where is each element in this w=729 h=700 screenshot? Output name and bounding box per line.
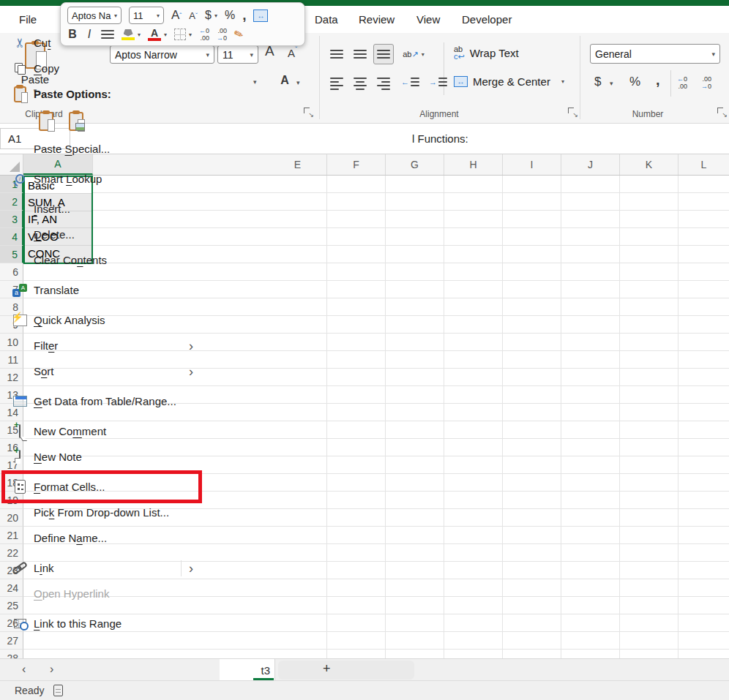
align-center-button[interactable] (350, 73, 370, 94)
fill-color-yellow-bar (122, 37, 135, 40)
column-header[interactable]: H (444, 154, 503, 175)
increase-indent-button[interactable]: → (429, 78, 447, 86)
chevron-down-icon[interactable]: ▾ (296, 79, 300, 86)
copy-icon (11, 63, 29, 75)
chevron-down-icon: ▾ (114, 12, 117, 19)
menu-item-open-hyperlink: Open Hyperlink (1, 581, 202, 606)
increase-decimal-button[interactable]: ←0 .00 (677, 75, 687, 90)
menu-item-new-comment[interactable]: + New Comment (1, 418, 202, 444)
mini-comma-button[interactable]: , (242, 7, 246, 23)
chevron-down-icon: ▾ (189, 31, 192, 38)
chevron-down-icon[interactable]: ▾ (610, 80, 613, 87)
mini-borders-button[interactable] (174, 29, 186, 40)
number-format-select[interactable]: General ▾ (590, 44, 720, 64)
column-header[interactable]: L (678, 154, 729, 175)
column-header[interactable]: E (269, 154, 327, 175)
add-sheet-button[interactable]: + (323, 661, 331, 677)
tab-file[interactable]: File (19, 13, 37, 26)
font-dialog-launcher[interactable]: ↘ (304, 108, 313, 117)
column-header[interactable]: G (386, 154, 444, 175)
percent-style-button[interactable]: % (629, 75, 640, 89)
menu-item-delete[interactable]: Delete... (1, 222, 202, 247)
align-middle-button[interactable] (350, 44, 370, 64)
table-icon (11, 396, 29, 407)
mini-bold-button[interactable]: B (67, 28, 78, 41)
mini-decrease-decimal-button[interactable]: .00 →0 (217, 27, 227, 42)
menu-item-link-to-range[interactable]: Link to this Range (1, 611, 202, 636)
cut-icon: ✂ (11, 35, 29, 50)
menu-item-pick-from-list[interactable]: Pick From Drop-down List... (1, 500, 202, 525)
comma-style-button[interactable]: , (656, 72, 660, 89)
mini-increase-decimal-button[interactable]: ←0 .00 (199, 27, 209, 42)
active-sheet-tab[interactable]: t3 (220, 659, 275, 681)
align-top-button[interactable] (326, 44, 347, 64)
column-header[interactable]: J (561, 154, 620, 175)
format-cells-icon (11, 480, 29, 494)
mini-percent-button[interactable]: % (225, 9, 235, 22)
menu-item-copy[interactable]: Copy (1, 56, 202, 81)
paste-button-option[interactable] (34, 109, 59, 134)
mini-font-name-select[interactable]: Aptos Na▾ (67, 7, 122, 24)
alignment-group-label: Alignment (351, 109, 527, 119)
wrap-text-label: Wrap Text (470, 47, 519, 59)
mini-font-size-select[interactable]: 11▾ (129, 7, 164, 24)
align-bottom-button[interactable] (373, 44, 394, 64)
align-right-button[interactable] (373, 73, 394, 94)
column-header[interactable]: I (503, 154, 561, 175)
menu-item-filter[interactable]: Filter › (1, 333, 202, 358)
mini-align-icon[interactable] (101, 30, 114, 39)
alignment-dialog-launcher[interactable]: ↘ (568, 108, 577, 117)
link-icon (11, 562, 29, 574)
ribbon-tab[interactable]: View (416, 13, 440, 26)
mini-italic-button[interactable]: I (85, 28, 94, 41)
number-dialog-launcher[interactable]: ↘ (717, 108, 727, 117)
decrease-font-size-button[interactable]: Aˇ (288, 46, 297, 59)
menu-item-get-data[interactable]: Get Data from Table/Range... (1, 388, 202, 414)
menu-item-insert[interactable]: Insert... (1, 196, 202, 222)
wrap-text-button[interactable]: abc↩ Wrap Text (454, 45, 519, 60)
chevron-down-icon[interactable]: ▾ (253, 78, 257, 86)
align-bottom-icon (377, 50, 390, 59)
menu-item-new-note[interactable]: + New Note (1, 444, 202, 470)
decrease-decimal-button[interactable]: .00 →0 (701, 75, 711, 90)
align-left-button[interactable] (326, 73, 347, 94)
ribbon-tab[interactable]: Data (315, 13, 338, 26)
next-sheet-arrow[interactable]: › (50, 663, 53, 676)
menu-item-translate[interactable]: aA Translate (1, 277, 202, 303)
font-color-button[interactable]: A (276, 74, 294, 87)
decrease-indent-button[interactable]: ← (401, 78, 419, 86)
orientation-button[interactable]: ab↗▾ (401, 44, 426, 64)
menu-item-define-name[interactable]: Define Name... (1, 525, 202, 551)
tab-bar-background (278, 661, 414, 680)
prev-sheet-arrow[interactable]: ‹ (22, 663, 26, 676)
menu-item-sort[interactable]: Sort › (1, 358, 202, 384)
mini-accounting-button[interactable]: $ (205, 9, 212, 22)
menu-item-paste-special[interactable]: Paste Special... (1, 136, 202, 162)
mini-merge-center-icon[interactable]: ↔ (253, 10, 268, 22)
font-size-select[interactable]: 11 ▾ (217, 45, 258, 64)
menu-item-format-cells[interactable]: Format Cells... (1, 474, 202, 500)
number-format-value: General (595, 48, 632, 60)
accessibility-checker-icon[interactable] (53, 685, 63, 696)
menu-item-clear-contents[interactable]: Clear Contents (1, 247, 202, 273)
row-header[interactable]: 28 (0, 650, 23, 658)
chevron-down-icon: ▾ (422, 51, 425, 58)
column-header[interactable]: F (327, 154, 386, 175)
menu-item-quick-analysis[interactable]: ⚡ Quick Analysis (1, 307, 202, 333)
formula-bar-content[interactable]: l Functions: (412, 128, 468, 149)
new-comment-icon: + (11, 425, 29, 437)
merge-center-button[interactable]: ↔ Merge & Center ▾ (454, 75, 564, 88)
menu-item-link[interactable]: Link › (1, 555, 202, 581)
mini-decrease-font-button[interactable]: Aˇ (189, 10, 198, 21)
mini-fill-color-button[interactable] (122, 29, 135, 40)
mini-font-color-button[interactable]: A (148, 29, 161, 41)
format-painter-icon[interactable]: ✎ (232, 26, 245, 42)
ribbon-tab[interactable]: Developer (462, 13, 512, 26)
excel-window: File DataReviewViewDeveloper Paste ▾ Cli… (0, 0, 729, 700)
ribbon-tab[interactable]: Review (359, 13, 395, 26)
paste-picture-button-option[interactable] (64, 109, 89, 134)
column-header[interactable]: K (620, 154, 678, 175)
accounting-format-button[interactable]: $ (594, 75, 601, 89)
mini-increase-font-button[interactable]: Aˆ (171, 8, 182, 23)
menu-item-smart-lookup[interactable]: i Smart Lookup (1, 166, 202, 192)
